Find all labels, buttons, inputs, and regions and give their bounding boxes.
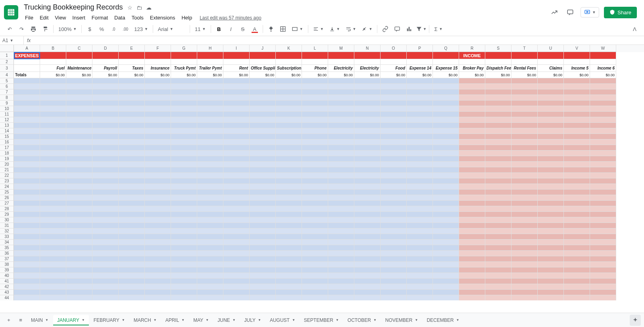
cell-B25[interactable] [40, 190, 66, 195]
cell-D2[interactable] [92, 59, 119, 65]
cell-C32[interactable] [66, 228, 92, 234]
cell-M5[interactable] [328, 78, 354, 84]
cell-K36[interactable] [276, 251, 302, 256]
currency-button[interactable]: $ [84, 24, 95, 34]
cell-D4[interactable]: $0.00 [92, 72, 119, 78]
row-header-39[interactable]: 39 [0, 267, 14, 273]
cell-G12[interactable] [171, 117, 197, 123]
cell-V9[interactable] [564, 101, 590, 106]
row-header-7[interactable]: 7 [0, 89, 14, 95]
col-header-I[interactable]: I [223, 45, 250, 52]
cell-O39[interactable] [381, 267, 407, 273]
cell-F32[interactable] [145, 228, 171, 234]
cell-S3[interactable]: Dispatch Fees [485, 65, 511, 72]
cell-O6[interactable] [381, 84, 407, 89]
cell-J15[interactable] [250, 134, 276, 139]
cell-D18[interactable] [92, 151, 119, 156]
cell-W6[interactable] [590, 84, 616, 89]
col-header-L[interactable]: L [302, 45, 328, 52]
cell-M39[interactable] [328, 267, 354, 273]
cell-U35[interactable] [538, 245, 564, 251]
cell-B41[interactable] [40, 279, 66, 284]
collapse-toolbar-button[interactable]: ᐱ [629, 24, 640, 34]
row-header-23[interactable]: 23 [0, 178, 14, 184]
cell-U18[interactable] [538, 151, 564, 156]
cell-Q41[interactable] [433, 279, 459, 284]
cell-Q13[interactable] [433, 123, 459, 128]
cell-E39[interactable] [119, 267, 145, 273]
cell-Q23[interactable] [433, 178, 459, 184]
cell-T36[interactable] [511, 251, 538, 256]
cell-Q37[interactable] [433, 256, 459, 262]
cell-E44[interactable] [119, 295, 145, 300]
cell-O13[interactable] [381, 123, 407, 128]
cell-W13[interactable] [590, 123, 616, 128]
cell-W21[interactable] [590, 167, 616, 173]
cell-F21[interactable] [145, 167, 171, 173]
cell-T10[interactable] [511, 106, 538, 112]
cell-P20[interactable] [407, 162, 433, 167]
cell-B28[interactable] [40, 206, 66, 212]
cell-Q40[interactable] [433, 273, 459, 279]
cell-U10[interactable] [538, 106, 564, 112]
cell-O36[interactable] [381, 251, 407, 256]
cell-K20[interactable] [276, 162, 302, 167]
cell-D34[interactable] [92, 240, 119, 245]
cell-O18[interactable] [381, 151, 407, 156]
cell-R14[interactable] [459, 128, 485, 134]
row-header-18[interactable]: 18 [0, 151, 14, 156]
cell-I31[interactable] [223, 223, 250, 228]
cell-O4[interactable]: $0.00 [381, 72, 407, 78]
cell-G36[interactable] [171, 251, 197, 256]
row-header-28[interactable]: 28 [0, 206, 14, 212]
cell-N40[interactable] [354, 273, 381, 279]
cell-I11[interactable] [223, 112, 250, 117]
cell-H7[interactable] [197, 89, 223, 95]
cell-T4[interactable]: $0.00 [511, 72, 538, 78]
cell-L41[interactable] [302, 279, 328, 284]
cell-O17[interactable] [381, 145, 407, 151]
cell-R40[interactable] [459, 273, 485, 279]
cell-L6[interactable] [302, 84, 328, 89]
cell-N7[interactable] [354, 89, 381, 95]
select-all-corner[interactable] [0, 45, 14, 52]
cell-M38[interactable] [328, 262, 354, 267]
col-header-T[interactable]: T [511, 45, 538, 52]
cell-A8[interactable] [14, 95, 40, 101]
cell-A18[interactable] [14, 151, 40, 156]
cell-U2[interactable] [538, 59, 564, 65]
cell-D9[interactable] [92, 101, 119, 106]
cell-B17[interactable] [40, 145, 66, 151]
cell-C8[interactable] [66, 95, 92, 101]
cell-J12[interactable] [250, 117, 276, 123]
cell-E37[interactable] [119, 256, 145, 262]
cell-P31[interactable] [407, 223, 433, 228]
cell-P35[interactable] [407, 245, 433, 251]
row-header-15[interactable]: 15 [0, 134, 14, 139]
last-edit-info[interactable]: Last edit was 57 minutes ago [200, 15, 261, 21]
cell-C9[interactable] [66, 101, 92, 106]
cell-T27[interactable] [511, 201, 538, 206]
cell-L35[interactable] [302, 245, 328, 251]
cell-I12[interactable] [223, 117, 250, 123]
cell-B24[interactable] [40, 184, 66, 190]
cell-M29[interactable] [328, 212, 354, 217]
cell-A34[interactable] [14, 240, 40, 245]
cell-G14[interactable] [171, 128, 197, 134]
cell-A2[interactable] [14, 59, 40, 65]
cell-B33[interactable] [40, 234, 66, 240]
row-header-19[interactable]: 19 [0, 156, 14, 162]
cell-A39[interactable] [14, 267, 40, 273]
cell-I43[interactable] [223, 290, 250, 295]
cell-O33[interactable] [381, 234, 407, 240]
cell-Q39[interactable] [433, 267, 459, 273]
cell-R10[interactable] [459, 106, 485, 112]
cell-N37[interactable] [354, 256, 381, 262]
menu-tools[interactable]: Tools [129, 13, 146, 22]
row-header-1[interactable]: 1 [0, 52, 14, 59]
cell-J5[interactable] [250, 78, 276, 84]
cell-H34[interactable] [197, 240, 223, 245]
cell-V42[interactable] [564, 284, 590, 290]
row-header-32[interactable]: 32 [0, 228, 14, 234]
cell-C7[interactable] [66, 89, 92, 95]
